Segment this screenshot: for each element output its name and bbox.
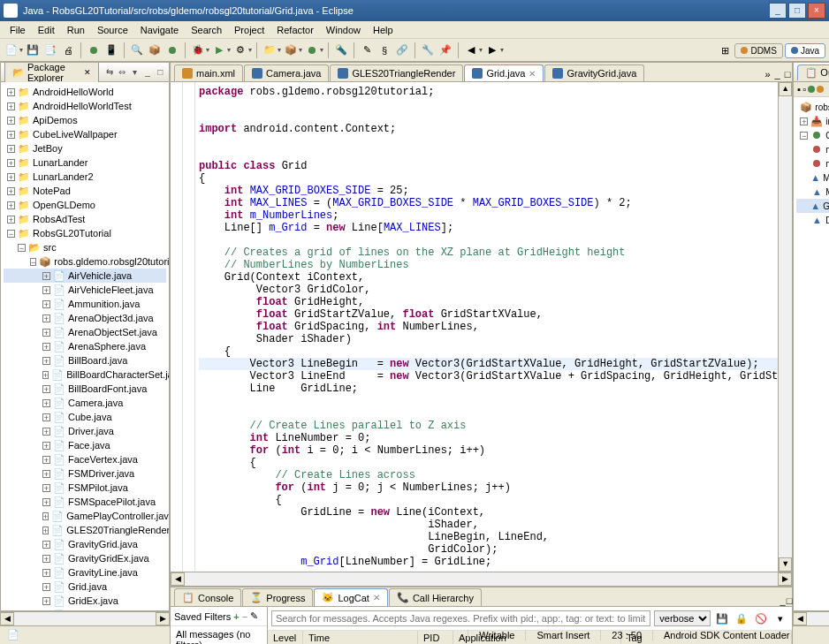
outline-member[interactable]: ▲DrawGrid(Camera) : void <box>796 213 829 227</box>
project-item[interactable]: +📁OpenGLDemo <box>4 198 166 212</box>
menu-run[interactable]: Run <box>61 23 91 37</box>
run-last-button[interactable]: ⚙ <box>232 42 248 58</box>
menu-project[interactable]: Project <box>228 23 270 37</box>
tab-console[interactable]: 📋 Console <box>174 588 241 606</box>
dropdown-arrow-icon[interactable]: ▾ <box>299 46 302 54</box>
java-file-item[interactable]: +📄Grid.java <box>4 580 166 594</box>
search-button[interactable]: 🔦 <box>333 42 349 58</box>
tab-logcat[interactable]: 🐱 LogCat ✕ <box>314 588 387 606</box>
new-java-package-button[interactable]: 📦 <box>283 42 299 58</box>
code-content[interactable]: package robs.gldemo.robsgl20tutorial; im… <box>195 82 778 572</box>
menu-file[interactable]: File <box>4 23 32 37</box>
external-tools-button[interactable]: 🔧 <box>420 42 436 58</box>
package-explorer-hscroll[interactable]: ◀▶ <box>0 611 170 625</box>
close-tab-icon[interactable]: ✕ <box>529 69 536 79</box>
new-button[interactable]: 📄 <box>4 42 19 58</box>
menu-source[interactable]: Source <box>91 23 134 37</box>
scroll-lock-button[interactable]: 🔒 <box>734 610 749 626</box>
java-file-item[interactable]: +📄GravityGrid.java <box>4 537 166 551</box>
add-filter-icon[interactable]: + <box>233 611 239 622</box>
open-perspective-button[interactable]: ⊞ <box>717 42 733 58</box>
link-editor-button[interactable]: ⇔ <box>118 66 127 79</box>
project-item[interactable]: +📁ApiDemos <box>4 113 166 127</box>
java-file-item[interactable]: +📄AirVehicle.java <box>4 269 166 283</box>
project-item[interactable]: +📁NotePad <box>4 184 166 198</box>
debug-button[interactable]: 🐞 <box>190 42 206 58</box>
java-file-item[interactable]: +📄FSMSpacePilot.java <box>4 495 166 509</box>
package-item[interactable]: −📦robs.gldemo.robsgl20tutorial <box>4 254 166 269</box>
editor-fold-column[interactable] <box>183 82 195 572</box>
outline-hscroll[interactable]: ◀▶ <box>793 611 829 625</box>
menu-help[interactable]: Help <box>367 23 399 37</box>
avd-manager-button[interactable]: 📱 <box>103 42 119 58</box>
filter-local-button[interactable] <box>817 84 824 95</box>
close-button[interactable]: × <box>808 3 825 19</box>
project-item[interactable]: +📁LunarLander2 <box>4 170 166 184</box>
project-item[interactable]: −📁RobsGL20Tutorial <box>4 226 166 240</box>
project-item[interactable]: +📁AndroidHelloWorld <box>4 85 166 99</box>
minimize-editor-button[interactable]: _ <box>775 69 780 80</box>
outline-member[interactable]: ▲MAX_LINES : int <box>796 185 829 199</box>
scroll-left-icon[interactable]: ◀ <box>0 612 14 625</box>
save-log-button[interactable]: 💾 <box>714 610 730 626</box>
print-button[interactable]: 🖨 <box>60 42 76 58</box>
scroll-down-icon[interactable]: ▼ <box>779 557 792 572</box>
sdk-manager-button[interactable] <box>86 42 102 58</box>
save-all-button[interactable]: 📑 <box>42 42 58 58</box>
editor-vscroll[interactable]: ▲▼ <box>778 82 792 572</box>
outline-member[interactable]: ▲Grid(Context, Vector3, float <box>796 199 829 213</box>
dropdown-arrow-icon[interactable]: ▾ <box>248 46 252 54</box>
outline-package[interactable]: 📦robs.gldemo.robsgl20tutorial <box>796 100 829 114</box>
link-button[interactable]: 🔗 <box>394 42 410 58</box>
maximize-view-button[interactable]: □ <box>156 66 165 79</box>
java-file-item[interactable]: +📄GravityLine.java <box>4 565 166 580</box>
collapse-all-button[interactable]: ⇆ <box>104 66 114 79</box>
maximize-view-button[interactable]: □ <box>787 595 793 606</box>
run-button[interactable]: ▶ <box>211 42 227 58</box>
new-package-button[interactable]: 📦 <box>147 42 163 58</box>
col-time[interactable]: Time <box>303 631 418 644</box>
project-item[interactable]: +📁RobsAdTest <box>4 212 166 226</box>
java-file-item[interactable]: +📄AirVehicleFleet.java <box>4 283 166 297</box>
outline-class[interactable]: −Grid <box>796 128 829 142</box>
menu-search[interactable]: Search <box>185 23 228 37</box>
tab-main-xml[interactable]: main.xml <box>174 64 243 81</box>
menu-window[interactable]: Window <box>320 23 367 37</box>
java-file-item[interactable]: +📄GLES20TriangleRenderer.java <box>4 523 166 537</box>
project-item[interactable]: +📁CubeLiveWallpaper <box>4 127 166 141</box>
dropdown-arrow-icon[interactable]: ▾ <box>206 46 209 54</box>
minimize-button[interactable]: _ <box>769 3 787 19</box>
java-file-item[interactable]: +📄BillBoard.java <box>4 353 166 367</box>
outline-tree[interactable]: 📦robs.gldemo.robsgl20tutorial+📥import de… <box>794 97 829 610</box>
maximize-editor-button[interactable]: □ <box>785 69 791 80</box>
dropdown-arrow-icon[interactable]: ▾ <box>227 46 231 54</box>
java-file-item[interactable]: +📄FaceVertex.java <box>4 452 166 466</box>
menu-refactor[interactable]: Refactor <box>270 23 320 37</box>
scroll-left-icon[interactable]: ◀ <box>793 612 807 625</box>
log-search-input[interactable] <box>271 610 650 626</box>
tab-camera[interactable]: Camera.java <box>244 64 329 81</box>
java-file-item[interactable]: +📄FSMPilot.java <box>4 481 166 495</box>
code-editor[interactable]: package robs.gldemo.robsgl20tutorial; im… <box>171 82 778 572</box>
scroll-up-icon[interactable]: ▲ <box>779 82 792 96</box>
filter-fields-button[interactable]: ▪ <box>797 84 801 95</box>
java-file-item[interactable]: +📄GamePlayController.java <box>4 509 166 523</box>
java-file-item[interactable]: +📄BillBoardCharacterSet.java <box>4 367 166 382</box>
java-file-item[interactable]: +📄Camera.java <box>4 396 166 410</box>
pin-button[interactable]: 📌 <box>437 42 453 58</box>
show-list-button[interactable]: » <box>764 69 770 80</box>
java-file-item[interactable]: +📄Ammunition.java <box>4 297 166 311</box>
java-file-item[interactable]: +📄ArenaObjectSet.java <box>4 325 166 339</box>
project-item[interactable]: +📁AndroidHelloWorldTest <box>4 99 166 113</box>
filter-all-messages[interactable]: All messages (no filters) <box>171 626 267 644</box>
dropdown-arrow-icon[interactable]: ▾ <box>320 46 323 54</box>
src-folder[interactable]: −📂src <box>4 240 166 254</box>
close-tab-icon[interactable]: ✕ <box>373 593 380 602</box>
editor-hscroll[interactable]: ◀▶ <box>171 572 792 586</box>
tab-progress[interactable]: ⏳ Progress <box>242 588 313 606</box>
tab-call-hierarchy[interactable]: 📞 Call Hierarchy <box>389 588 482 606</box>
java-file-item[interactable]: +📄HealthPowerUp.java <box>4 608 166 610</box>
java-file-item[interactable]: +📄FSMDriver.java <box>4 466 166 481</box>
maximize-button[interactable]: □ <box>788 3 806 19</box>
new-java-class-button[interactable] <box>304 42 320 58</box>
